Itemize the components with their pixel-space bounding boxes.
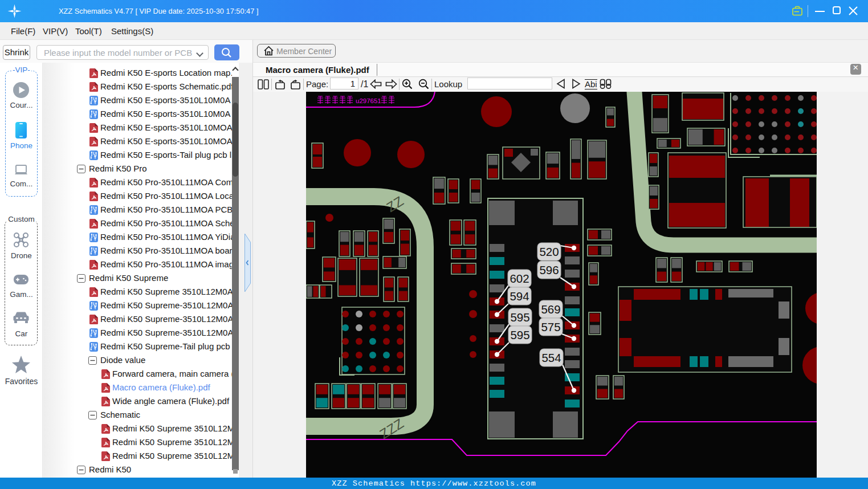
svg-text:u297651: u297651 <box>356 97 381 104</box>
svg-text:595: 595 <box>510 328 529 341</box>
svg-text:520: 520 <box>539 245 559 258</box>
svg-text:575: 575 <box>541 320 560 333</box>
svg-text:569: 569 <box>541 303 560 316</box>
svg-text:595: 595 <box>510 311 529 324</box>
svg-text:602: 602 <box>510 272 529 285</box>
svg-text:596: 596 <box>539 263 559 276</box>
svg-text:594: 594 <box>510 290 529 303</box>
svg-text:554: 554 <box>541 351 561 364</box>
